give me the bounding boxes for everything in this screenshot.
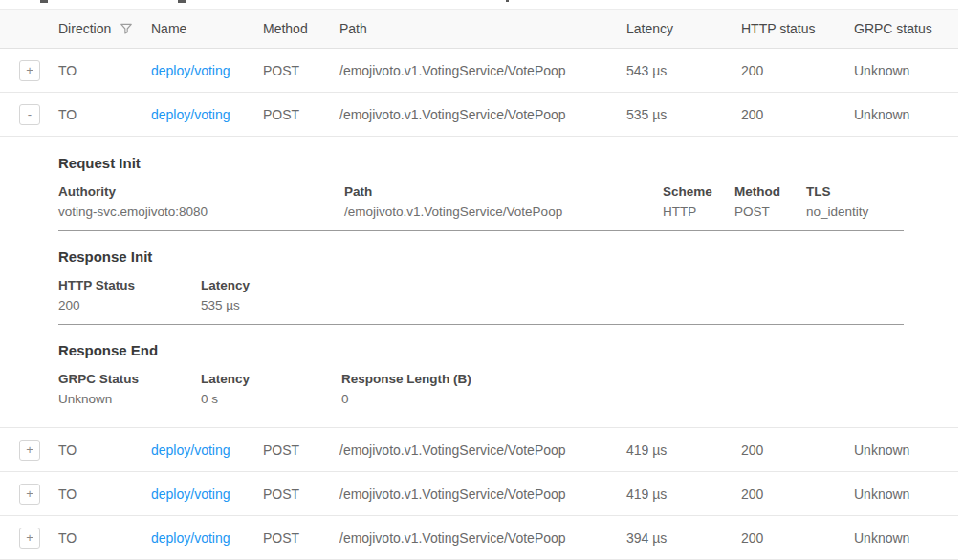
http-status-cell: 200 (741, 530, 854, 546)
cropped-top-row (0, 0, 958, 9)
method-cell: POST (263, 442, 339, 458)
grpc-status-cell: Unknown (854, 63, 958, 78)
column-header-latency: Latency (626, 21, 741, 36)
table-row: + TO deploy/voting POST /emojivoto.v1.Vo… (0, 49, 958, 93)
column-header-label: Direction (58, 21, 111, 36)
grpc-status-cell: Unknown (854, 530, 958, 546)
cropped-text-fragment (506, 0, 509, 2)
direction-cell: TO (58, 442, 151, 458)
name-link[interactable]: deploy/voting (151, 486, 230, 502)
collapse-row-button[interactable]: - (19, 104, 40, 125)
expand-row-button[interactable]: + (19, 484, 40, 505)
name-link[interactable]: deploy/voting (151, 63, 230, 78)
section-title: Response End (58, 325, 904, 358)
field-value: /emojivoto.v1.VotingService/VotePoop (344, 205, 663, 219)
http-status-cell: 200 (741, 107, 854, 122)
field-value: voting-svc.emojivoto:8080 (58, 205, 344, 219)
expand-cell: + (0, 484, 58, 505)
field-label: GRPC Status (58, 373, 201, 386)
method-cell: POST (263, 107, 339, 122)
grpc-status-cell: Unknown (854, 442, 958, 458)
field-value: HTTP (663, 205, 734, 219)
table-row: + TO deploy/voting POST /emojivoto.v1.Vo… (0, 428, 958, 472)
field-value: 0 s (201, 393, 341, 406)
field-value: 0 (341, 393, 904, 406)
grpc-status-cell: Unknown (854, 486, 958, 502)
name-link[interactable]: deploy/voting (151, 107, 230, 122)
direction-cell: TO (58, 486, 151, 502)
field-label: Method (734, 185, 806, 199)
column-header-direction: Direction (58, 21, 151, 36)
http-status-cell: 200 (741, 63, 854, 78)
field-value: no_identity (806, 205, 904, 219)
request-init-section: Request Init Authority voting-svc.emojiv… (58, 137, 904, 231)
direction-cell: TO (58, 530, 151, 546)
field-value: POST (734, 205, 806, 219)
path-cell: /emojivoto.v1.VotingService/VotePoop (339, 107, 626, 122)
authority-field: Authority voting-svc.emojivoto:8080 (58, 185, 344, 219)
column-header-http-status: HTTP status (741, 21, 854, 36)
path-field: Path /emojivoto.v1.VotingService/VotePoo… (344, 185, 663, 219)
method-cell: POST (263, 530, 339, 546)
filter-icon[interactable] (120, 22, 133, 35)
expand-cell: + (0, 60, 58, 81)
expand-cell: + (0, 440, 58, 461)
field-label: Latency (201, 373, 341, 386)
scheme-field: Scheme HTTP (663, 185, 734, 219)
expand-row-button[interactable]: + (19, 528, 40, 549)
table-row: + TO deploy/voting POST /emojivoto.v1.Vo… (0, 472, 958, 516)
latency-cell: 394 µs (626, 530, 741, 546)
latency-field: Latency 0 s (201, 373, 341, 406)
tap-results-table: Direction Name Method Path Latency HTTP … (0, 0, 958, 560)
cropped-text-fragment (178, 0, 186, 3)
latency-cell: 419 µs (626, 486, 741, 502)
latency-cell: 543 µs (626, 63, 741, 78)
section-title: Response Init (58, 231, 904, 265)
direction-cell: TO (58, 107, 151, 122)
expand-cell: - (0, 104, 58, 125)
field-value: Unknown (58, 393, 201, 406)
column-header-grpc-status: GRPC status (854, 21, 958, 36)
path-cell: /emojivoto.v1.VotingService/VotePoop (339, 63, 626, 78)
response-length-field: Response Length (B) 0 (341, 373, 904, 406)
path-cell: /emojivoto.v1.VotingService/VotePoop (339, 530, 626, 546)
table-row-expanded: - TO deploy/voting POST /emojivoto.v1.Vo… (0, 93, 958, 137)
table-row: + TO deploy/voting POST /emojivoto.v1.Vo… (0, 516, 958, 560)
expand-cell: + (0, 528, 58, 549)
field-value: 535 µs (201, 299, 904, 312)
column-header-path: Path (339, 21, 626, 36)
method-field: Method POST (734, 185, 806, 219)
path-cell: /emojivoto.v1.VotingService/VotePoop (339, 442, 626, 458)
http-status-cell: 200 (741, 486, 854, 502)
field-label: Latency (201, 279, 904, 292)
http-status-cell: 200 (741, 442, 854, 458)
http-status-field: HTTP Status 200 (58, 279, 201, 312)
name-link[interactable]: deploy/voting (151, 442, 230, 458)
field-value: 200 (58, 299, 201, 312)
direction-cell: TO (58, 63, 151, 78)
section-title: Request Init (58, 137, 904, 171)
latency-cell: 535 µs (626, 107, 741, 122)
field-label: TLS (806, 185, 904, 199)
grpc-status-cell: Unknown (854, 107, 958, 122)
expand-row-button[interactable]: + (19, 440, 40, 461)
field-label: Path (344, 185, 663, 199)
method-cell: POST (263, 63, 339, 78)
field-label: Response Length (B) (341, 373, 904, 386)
name-link[interactable]: deploy/voting (151, 530, 230, 546)
latency-field: Latency 535 µs (201, 279, 904, 312)
expand-row-button[interactable]: + (19, 60, 40, 81)
response-end-section: Response End GRPC Status Unknown Latency… (58, 325, 904, 427)
field-label: Scheme (663, 185, 734, 199)
field-label: HTTP Status (58, 279, 201, 292)
method-cell: POST (263, 486, 339, 502)
tls-field: TLS no_identity (806, 185, 904, 219)
column-header-method: Method (263, 21, 339, 36)
cropped-text-fragment (40, 0, 48, 3)
column-header-name: Name (151, 21, 263, 36)
request-detail-panel: Request Init Authority voting-svc.emojiv… (0, 137, 958, 428)
grpc-status-field: GRPC Status Unknown (58, 373, 201, 406)
table-header-row: Direction Name Method Path Latency HTTP … (0, 9, 958, 49)
field-label: Authority (58, 185, 344, 199)
latency-cell: 419 µs (626, 442, 741, 458)
